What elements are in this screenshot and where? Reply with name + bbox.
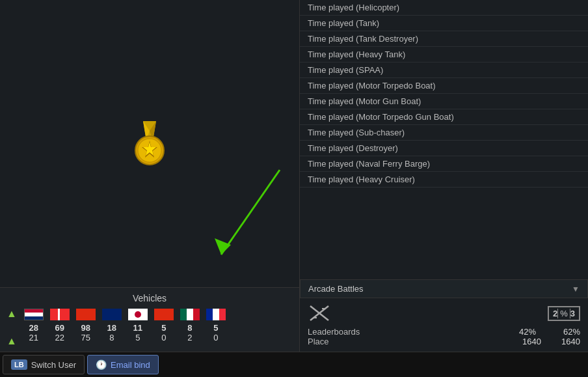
left-panel: Vehicles ▲ ▲ 28 21 69 22 <box>0 0 299 352</box>
flag-col-us: 28 21 <box>22 309 46 342</box>
flag-col-cn: 98 75 <box>74 309 98 342</box>
flag-no-bot: 22 <box>55 333 64 342</box>
flag-col-mx: 8 2 <box>178 309 202 342</box>
arrow-up-2: ▲ <box>7 336 17 346</box>
clock-icon: 🕐 <box>96 359 107 370</box>
time-played-item: Time played (Tank Destroyer) <box>300 31 588 47</box>
time-played-item: Time played (Motor Torpedo Boat) <box>300 78 588 94</box>
flag-cn2-top: 5 <box>161 323 166 333</box>
number-badge: 2 % 3 <box>548 306 580 321</box>
crossed-swords-icon <box>308 303 331 323</box>
place-label: Place <box>308 337 502 346</box>
flag-col-jp: 11 5 <box>126 309 150 342</box>
time-played-item: Time played (Heavy Cruiser) <box>300 172 588 188</box>
flag-col-no: 69 22 <box>48 309 72 342</box>
time-played-item: Time played (Heavy Tank) <box>300 47 588 63</box>
arrow-up-1: ▲ <box>7 309 17 319</box>
flag-cn-bot: 75 <box>81 333 90 342</box>
flag-mx <box>180 309 200 320</box>
time-played-item: Time played (Destroyer) <box>300 141 588 156</box>
place-val1: 1640 <box>502 337 541 346</box>
time-played-list: Time played (Helicopter)Time played (Tan… <box>300 0 588 279</box>
flag-mx-top: 8 <box>187 323 192 333</box>
switch-user-button[interactable]: LB Switch User <box>3 355 85 374</box>
arcade-battles-label: Arcade Battles <box>308 284 364 294</box>
time-played-item: Time played (Helicopter) <box>300 0 588 16</box>
place-row: Place 1640 1640 <box>308 337 580 346</box>
lb-badge: LB <box>11 359 27 370</box>
flag-col-fr: 5 0 <box>204 309 228 342</box>
flag-us-bot: 21 <box>29 333 38 342</box>
leaderboards-val2: 62% <box>541 327 580 337</box>
leaderboards-val1: 42% <box>497 327 536 337</box>
time-played-item: Time played (SPAA) <box>300 63 588 78</box>
leaderboards-row: Leaderboards 42% 62% <box>308 327 580 337</box>
chevron-down-icon: ▼ <box>572 285 580 294</box>
email-bind-label: Email bind <box>111 360 150 370</box>
flag-no-top: 69 <box>55 323 64 333</box>
flag-gb <box>102 309 122 320</box>
svg-line-7 <box>221 170 280 255</box>
flag-no <box>50 309 70 320</box>
place-val2: 1640 <box>541 337 580 346</box>
vehicles-section: Vehicles ▲ ▲ 28 21 69 22 <box>0 287 299 352</box>
flag-us <box>24 309 44 320</box>
svg-marker-8 <box>215 238 231 255</box>
vehicles-up-arrows: ▲ ▲ <box>7 309 17 346</box>
time-played-item: Time played (Sub-chaser) <box>300 125 588 141</box>
flag-cn-top: 98 <box>81 323 90 333</box>
medal-area <box>0 0 299 287</box>
vehicles-flags-row: ▲ ▲ 28 21 69 22 98 75 <box>7 309 293 346</box>
flag-col-gb: 18 8 <box>100 309 124 342</box>
flag-jp <box>128 309 148 320</box>
arcade-battles-row[interactable]: Arcade Battles ▼ <box>300 279 588 298</box>
flag-jp-top: 11 <box>133 323 142 333</box>
flag-gb-top: 18 <box>107 323 116 333</box>
flag-cn2-bot: 0 <box>161 333 166 342</box>
time-played-item: Time played (Motor Torpedo Gun Boat) <box>300 109 588 125</box>
bottom-bar: LB Switch User 🕐 Email bind <box>0 352 588 377</box>
time-played-item: Time played (Naval Ferry Barge) <box>300 156 588 172</box>
flag-fr <box>206 309 226 320</box>
email-bind-button[interactable]: 🕐 Email bind <box>87 355 159 374</box>
flag-cn2 <box>154 309 174 320</box>
switch-user-label: Switch User <box>31 360 76 370</box>
leaderboards-label: Leaderboards <box>308 327 492 337</box>
vehicles-title: Vehicles <box>7 293 293 303</box>
icons-row: 2 % 3 <box>308 303 580 323</box>
flag-fr-bot: 0 <box>213 333 218 342</box>
flag-col-cn2: 5 0 <box>152 309 176 342</box>
flag-cn <box>76 309 96 320</box>
flag-gb-bot: 8 <box>109 333 114 342</box>
flag-jp-bot: 5 <box>135 333 140 342</box>
flag-mx-bot: 2 <box>187 333 192 342</box>
stats-area: 2 % 3 Leaderboards 42% 62% Place 1640 16… <box>300 298 588 352</box>
time-played-item: Time played (Motor Gun Boat) <box>300 94 588 109</box>
right-panel: Time played (Helicopter)Time played (Tan… <box>299 0 588 352</box>
flag-fr-top: 5 <box>213 323 218 333</box>
medal-icon <box>127 121 172 167</box>
time-played-item: Time played (Tank) <box>300 16 588 31</box>
flag-us-top: 28 <box>29 323 38 333</box>
arrow-indicator <box>202 163 286 268</box>
